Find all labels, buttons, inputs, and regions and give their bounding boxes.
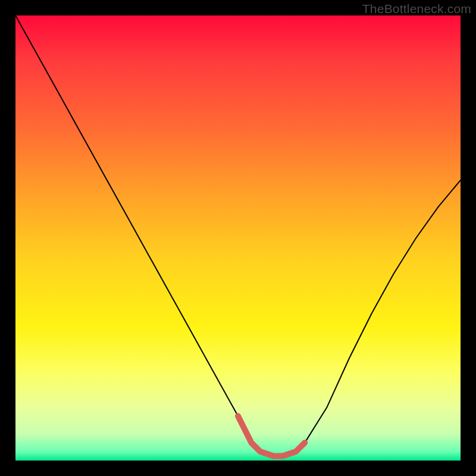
chart-frame: TheBottleneck.com [0, 0, 476, 476]
curve-svg [15, 15, 461, 461]
optimal-range-marker [238, 416, 305, 456]
plot-area [15, 15, 461, 461]
bottleneck-curve [15, 15, 461, 456]
watermark-text: TheBottleneck.com [362, 2, 471, 16]
